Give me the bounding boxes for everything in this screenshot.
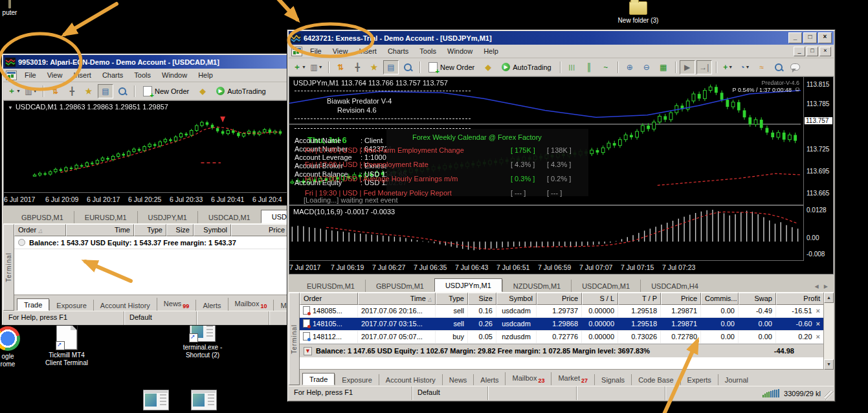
maximize-button[interactable]: □ (803, 32, 817, 43)
chart-tab-usdcadm-h4[interactable]: USDCADm,H4 (640, 280, 709, 292)
new-chart-button[interactable]: ＋▼ (6, 84, 22, 98)
col-price2[interactable]: Price (661, 293, 701, 305)
menu-insert[interactable]: Insert (68, 70, 96, 80)
col-size[interactable]: Size (166, 224, 194, 236)
close-order-icon[interactable]: × (816, 305, 820, 317)
tab-mailbox[interactable]: Mailbox23 (505, 372, 551, 385)
desktop-icon-new-folder[interactable]: New folder (3) (607, 1, 669, 25)
chart-usdcad[interactable]: ▼USDCAD,M1 1.29863 1.29863 1.29851 1.298… (3, 100, 289, 206)
candlestick-chart-button[interactable]: ║ (581, 60, 597, 74)
terminal-panel-button[interactable]: ▤ (98, 84, 113, 98)
tab-news[interactable]: News (442, 374, 474, 385)
tab-trade[interactable]: Trade (302, 373, 335, 385)
menu-help[interactable]: Help (478, 46, 504, 56)
menu-view[interactable]: View (328, 46, 353, 56)
titlebar[interactable]: 9953019: Alpari-ECN-Demo - Demo Account … (3, 55, 289, 69)
col-size[interactable]: Size (468, 293, 496, 305)
profiles-button[interactable]: ▥▼ (23, 84, 39, 98)
terminal-side-tab[interactable]: Terminal (289, 293, 300, 385)
zoom-out-button[interactable]: ⊖ (639, 60, 654, 74)
menu-charts[interactable]: Charts (383, 46, 414, 56)
chart-tab-eurusdm[interactable]: EURUSDm,M1 (296, 280, 365, 292)
new-chart-button[interactable]: ＋▼ (292, 60, 307, 74)
tab-account-history[interactable]: Account History (93, 300, 157, 311)
templates-button[interactable]: ★ (81, 84, 96, 98)
chart-tab-usdcad[interactable]: USDCAD,M1 (197, 211, 261, 223)
tab-alerts[interactable]: Alerts (473, 374, 505, 385)
col-symbol[interactable]: Symbol (194, 224, 231, 236)
col-price[interactable]: Price (231, 224, 289, 236)
resize-grip[interactable] (825, 391, 834, 400)
crosshair-button[interactable]: ╋ (64, 84, 80, 98)
new-order-button[interactable]: New Order (139, 85, 194, 98)
auto-scroll-button[interactable]: ▶ (680, 60, 695, 74)
child-minimize-button[interactable]: _ (794, 47, 805, 56)
symbols-button[interactable]: ⇅ (333, 60, 348, 74)
tab-market[interactable]: Market27 (551, 372, 594, 385)
menu-window[interactable]: Window (157, 70, 192, 80)
child-restore-button[interactable]: □ (807, 47, 818, 56)
col-type[interactable]: Type (134, 224, 166, 236)
menu-tools[interactable]: Tools (414, 46, 441, 56)
crosshair-button[interactable]: ╋ (350, 60, 365, 74)
templates2-button[interactable]: ≈ (754, 60, 770, 74)
close-button[interactable]: × (818, 32, 832, 43)
menu-tools[interactable]: Tools (129, 70, 156, 80)
col-price[interactable]: Price (537, 293, 582, 305)
tab-alerts[interactable]: Alerts (195, 300, 227, 311)
tab-account-history[interactable]: Account History (379, 374, 442, 385)
news-button[interactable]: ◆ (480, 60, 496, 74)
chart-tab-gbpusdm[interactable]: GBPUSDm,M1 (365, 280, 434, 292)
zoom-in-button[interactable]: ⊕ (622, 60, 638, 74)
menu-view[interactable]: View (42, 70, 68, 80)
scroll-up-icon[interactable]: ▲ (824, 293, 834, 303)
chart-usdjpym[interactable]: 7 Jul 20177 Jul 06:197 Jul 06:277 Jul 06… (289, 76, 834, 274)
col-time[interactable]: Time△ (358, 293, 436, 305)
news-button[interactable]: ◆ (195, 84, 210, 98)
autotrading-button[interactable]: ▶AutoTrading (212, 85, 271, 98)
col-sl[interactable]: S / L (582, 293, 618, 305)
autotrading-button[interactable]: ▶AutoTrading (497, 61, 556, 74)
bar-chart-button[interactable]: ||| (564, 60, 580, 74)
close-order-icon[interactable]: × (816, 331, 820, 343)
chart-tab-eurusd[interactable]: EURUSD,M1 (74, 211, 137, 223)
desktop-icon-tickmill[interactable]: Tickmill MT4 Client Terminal (31, 324, 102, 367)
strategy-tester-button[interactable] (115, 84, 130, 98)
tab-mailbox[interactable]: Mailbox10 (228, 298, 274, 311)
tab-news[interactable]: News99 (157, 298, 196, 311)
status-profile[interactable]: Default (124, 311, 197, 325)
scroll-down-icon[interactable]: ▼ (824, 359, 834, 370)
close-order-icon[interactable]: × (816, 318, 820, 330)
timeframes-button[interactable]: ◔▼ (737, 60, 753, 74)
minimize-button[interactable]: _ (788, 32, 802, 43)
order-row-148105-selected[interactable]: 148105... 2017.07.07 03:15... sell 0.26 … (300, 318, 824, 331)
price-scale[interactable]: 113.815 113.785 113.757 113.725 113.695 … (803, 77, 833, 261)
menu-charts[interactable]: Charts (97, 70, 128, 80)
desktop-icon-chrome[interactable]: ogle rome (0, 326, 26, 368)
col-swap[interactable]: Swap (739, 293, 776, 305)
strategy-tester-button[interactable] (400, 60, 416, 74)
menu-file[interactable]: File (305, 46, 327, 56)
desktop-icon-computer[interactable]: puter (0, 0, 26, 17)
profiles-button[interactable]: ▥▼ (309, 60, 324, 74)
col-order[interactable]: Order (300, 293, 358, 305)
terminal-side-tab[interactable]: Terminal (3, 224, 14, 311)
tab-journal[interactable]: Journal (718, 374, 755, 385)
chart-tab-nzdusdm[interactable]: NZDUSDm,M1 (502, 280, 571, 292)
quick-menu-icon[interactable]: ▼ (8, 105, 13, 111)
order-row-148112[interactable]: 148112... 2017.07.07 05:07... buy 0.05 n… (300, 331, 824, 344)
order-row-148085[interactable]: 148085... 2017.07.06 20:16... sell 0.16 … (300, 305, 824, 318)
chart-tab-usdcadm-m1[interactable]: USDCADm,M1 (571, 280, 640, 292)
menu-window[interactable]: Window (442, 46, 478, 56)
col-order[interactable]: Order△ (14, 224, 66, 236)
menu-help[interactable]: Help (193, 70, 218, 80)
find-button[interactable] (771, 60, 786, 74)
tab-exposure[interactable]: Exposure (335, 374, 378, 385)
chart-tab-usdjpym-active[interactable]: USDJPYm,M1 (434, 278, 502, 292)
child-close-button[interactable]: × (819, 47, 831, 56)
chart-tab-gbpusd[interactable]: GBPUSD,M1 (11, 211, 74, 223)
col-tp[interactable]: T / P (618, 293, 661, 305)
col-symbol[interactable]: Symbol (496, 293, 537, 305)
line-chart-button[interactable]: ~ (598, 60, 614, 74)
col-commission[interactable]: Commis... (701, 293, 739, 305)
